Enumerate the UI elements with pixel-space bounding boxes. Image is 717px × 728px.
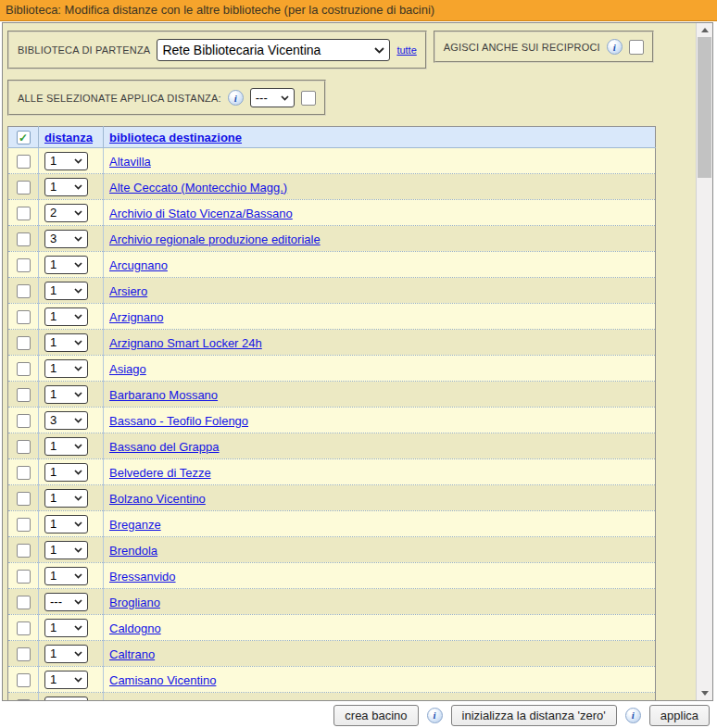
destination-link[interactable]: Alte Ceccato (Montecchio Magg.) <box>109 181 287 195</box>
distance-select[interactable]: 2 <box>44 204 88 222</box>
destination-link[interactable]: Archivio regionale produzione editoriale <box>109 232 321 246</box>
row-checkbox[interactable] <box>17 336 31 350</box>
distance-select[interactable]: 1 <box>44 463 88 482</box>
partenza-select[interactable]: Rete Bibliotecaria Vicentina <box>157 39 390 61</box>
row-checkbox[interactable] <box>17 414 31 428</box>
sort-distanza-link[interactable]: distanza <box>44 131 93 144</box>
destination-link[interactable]: Arzignano <box>109 310 164 324</box>
chevron-down-icon <box>74 573 82 579</box>
row-checkbox[interactable] <box>17 596 31 609</box>
destination-link[interactable]: Bressanvido <box>109 570 176 584</box>
reciproci-box: AGISCI ANCHE SUI RECIPROCI i <box>434 31 654 63</box>
distance-select[interactable]: 3 <box>44 411 88 430</box>
distance-select[interactable]: 1 <box>44 333 88 352</box>
destination-link[interactable]: Caltrano <box>109 647 155 661</box>
row-checkbox[interactable] <box>17 232 31 246</box>
destination-link[interactable]: Altavilla <box>109 155 151 169</box>
destination-link[interactable]: Bassano - Teofilo Folengo <box>109 414 248 428</box>
destination-link[interactable]: Belvedere di Tezze <box>109 466 211 480</box>
row-checkbox[interactable] <box>17 207 31 220</box>
distance-select[interactable]: 1 <box>44 697 88 701</box>
destination-link[interactable]: Asiago <box>109 362 146 376</box>
inizializza-zero-button[interactable]: inizializza la distanza 'zero' <box>451 705 617 726</box>
distance-select[interactable]: 1 <box>44 541 88 559</box>
distance-select[interactable]: 1 <box>44 178 88 196</box>
row-checkbox[interactable] <box>17 699 31 700</box>
sort-destinazione-link[interactable]: biblioteca destinazione <box>109 131 242 144</box>
row-checkbox[interactable] <box>17 570 31 584</box>
distance-select[interactable]: 3 <box>44 230 88 248</box>
info-icon[interactable]: i <box>607 39 623 55</box>
destination-link[interactable]: Campiglia dei Berici <box>109 699 216 701</box>
scroll-up-button[interactable] <box>697 23 712 37</box>
crea-bacino-button[interactable]: crea bacino <box>333 705 418 726</box>
chevron-down-icon <box>74 521 82 527</box>
row-checkbox[interactable] <box>17 647 31 661</box>
destination-link[interactable]: Caldogno <box>109 621 161 635</box>
destination-link[interactable]: Breganze <box>109 518 161 532</box>
applica-button[interactable]: applica <box>649 705 710 726</box>
chevron-down-icon <box>74 444 82 449</box>
table-row: 3 Bassano - Teofilo Folengo <box>8 408 656 433</box>
applica-distanza-select[interactable]: --- <box>250 88 295 107</box>
destination-link[interactable]: Bassano del Grappa <box>109 440 220 454</box>
destination-link[interactable]: Brogliano <box>109 596 160 609</box>
destination-link[interactable]: Archivio di Stato Vicenza/Bassano <box>109 207 293 220</box>
row-checkbox[interactable] <box>17 310 31 324</box>
distance-select[interactable]: 1 <box>44 385 88 404</box>
distance-select[interactable]: 1 <box>44 671 88 689</box>
row-checkbox[interactable] <box>17 284 31 298</box>
row-checkbox[interactable] <box>17 492 31 506</box>
row-checkbox[interactable] <box>17 544 31 558</box>
destination-link[interactable]: Camisano Vicentino <box>109 673 216 687</box>
distance-select[interactable]: 1 <box>44 437 88 456</box>
row-checkbox[interactable] <box>17 466 31 480</box>
chevron-down-icon <box>74 496 82 501</box>
scroll-down-button[interactable] <box>697 686 712 700</box>
distance-select-value: 1 <box>50 387 57 401</box>
row-checkbox[interactable] <box>17 440 31 454</box>
distance-select[interactable]: --- <box>44 593 88 611</box>
reciproci-checkbox[interactable] <box>629 40 644 55</box>
partenza-box: BIBLIOTECA DI PARTENZA Rete Bibliotecari… <box>7 31 427 69</box>
destination-link[interactable]: Barbarano Mossano <box>109 388 218 402</box>
row-checkbox[interactable] <box>17 621 31 635</box>
scrollbar-thumb[interactable] <box>698 37 711 178</box>
destination-link[interactable]: Bolzano Vicentino <box>109 492 206 506</box>
distance-select[interactable]: 1 <box>44 152 88 170</box>
distance-select[interactable]: 1 <box>44 308 88 326</box>
destination-link[interactable]: Arsiero <box>109 284 147 298</box>
tutte-link[interactable]: tutte <box>396 44 416 56</box>
select-all-checkbox[interactable]: ✓ <box>17 131 31 144</box>
distance-select[interactable]: 1 <box>44 282 88 300</box>
distance-select[interactable]: 1 <box>44 515 88 533</box>
row-checkbox[interactable] <box>17 518 31 532</box>
info-icon[interactable]: i <box>228 90 244 106</box>
chevron-down-icon <box>74 625 82 631</box>
destination-link[interactable]: Brendola <box>109 544 157 558</box>
distance-select[interactable]: 1 <box>44 567 88 585</box>
table-row: 1 Caldogno <box>8 615 656 641</box>
destination-link[interactable]: Arcugnano <box>109 258 168 272</box>
info-icon[interactable]: i <box>625 708 641 723</box>
row-checkbox[interactable] <box>17 258 31 272</box>
row-checkbox[interactable] <box>17 388 31 402</box>
distance-select-value: 1 <box>50 283 57 297</box>
distance-select-value: --- <box>50 595 62 609</box>
distance-select[interactable]: 1 <box>44 256 88 274</box>
row-checkbox[interactable] <box>17 673 31 687</box>
distance-select[interactable]: 1 <box>44 645 88 663</box>
check-icon: ✓ <box>18 132 30 144</box>
vertical-scrollbar[interactable] <box>696 23 712 700</box>
row-checkbox[interactable] <box>17 155 31 169</box>
distance-select[interactable]: 1 <box>44 619 88 637</box>
applica-distanza-checkbox[interactable] <box>301 91 316 106</box>
destination-link[interactable]: Arzignano Smart Locker 24h <box>109 336 262 350</box>
row-checkbox[interactable] <box>17 362 31 376</box>
row-checkbox[interactable] <box>17 181 31 195</box>
distance-select-value: 1 <box>50 361 57 375</box>
distance-select[interactable]: 1 <box>44 489 88 508</box>
distance-select-value: 1 <box>50 672 57 686</box>
info-icon[interactable]: i <box>427 708 443 723</box>
distance-select[interactable]: 1 <box>44 359 88 378</box>
